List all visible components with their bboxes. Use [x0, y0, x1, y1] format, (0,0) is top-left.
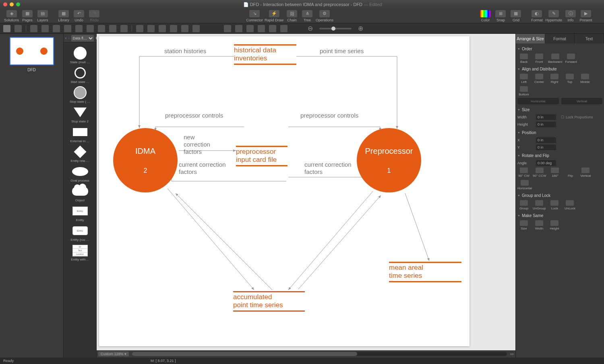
same-size-button[interactable]: Size: [517, 220, 530, 230]
page-thumbnail-1[interactable]: [10, 37, 54, 65]
scroll-mode-icon[interactable]: ▭: [510, 352, 514, 356]
shape-entity-round[interactable]: EntityEntity (rou …: [64, 224, 96, 242]
order-backward-button[interactable]: Backward: [548, 54, 562, 64]
table-tool-icon[interactable]: [192, 25, 200, 32]
tab-format[interactable]: Format: [545, 34, 575, 43]
pointer-tool-icon[interactable]: [3, 25, 10, 32]
shape-stop-state[interactable]: Stop state ( …: [64, 86, 96, 103]
canvas[interactable]: IDMA 2 Preprocessor 1 historical data in…: [99, 36, 470, 346]
format-button[interactable]: ◐Format: [530, 10, 544, 22]
callout-tool-icon[interactable]: [87, 25, 94, 32]
shape-object[interactable]: Object: [64, 185, 96, 202]
align-center-button[interactable]: Center: [533, 74, 546, 84]
measure-tool-icon[interactable]: [170, 25, 177, 32]
horizontal-scrollbar[interactable]: [132, 352, 507, 356]
pages-button[interactable]: ▦Pages: [21, 10, 34, 22]
distribute-horizontal[interactable]: Horizontal: [517, 98, 559, 104]
distribute-vertical[interactable]: Vertical: [561, 98, 603, 104]
rapid-draw-button[interactable]: ⚡Rapid Draw: [265, 10, 283, 22]
datastore-input-card[interactable]: preprocessor input card file: [236, 146, 288, 166]
maximize-icon[interactable]: [16, 2, 20, 6]
flow-curr-correction-left[interactable]: current correction factors: [179, 161, 226, 176]
note-tool-icon[interactable]: [75, 25, 83, 32]
snap-button[interactable]: ⊞Snap: [494, 10, 507, 22]
window-controls[interactable]: [3, 2, 20, 6]
ungroup-button[interactable]: UnGroup: [533, 200, 546, 210]
shape-state[interactable]: State (mult …: [64, 47, 96, 64]
slice-tool-icon[interactable]: [269, 25, 276, 32]
flow-prep-controls-right[interactable]: preprocessor controls: [300, 112, 358, 119]
tree-button[interactable]: ⋔Tree: [300, 10, 314, 22]
datastore-mean-areal[interactable]: mean areal time series: [389, 262, 461, 282]
shape-start-state[interactable]: Start state …: [64, 66, 96, 84]
align-left-button[interactable]: Left: [517, 74, 530, 84]
datastore-historical[interactable]: historical data inventories: [234, 44, 296, 65]
align-bottom-button[interactable]: Bottom: [517, 86, 530, 96]
operations-button[interactable]: ⚙Operations: [316, 10, 333, 22]
zoom-out-icon[interactable]: ⊖: [308, 25, 313, 32]
camera-tool-icon[interactable]: [280, 25, 288, 32]
lock-button[interactable]: Lock: [548, 200, 561, 210]
nav-back-icon[interactable]: ‹: [65, 36, 66, 40]
hand-tool-icon[interactable]: [235, 25, 242, 32]
ellipse-tool-icon[interactable]: [53, 25, 60, 32]
order-forward-button[interactable]: Forward: [565, 54, 577, 64]
text-tool-icon[interactable]: [14, 25, 22, 32]
eyedrop-tool-icon[interactable]: [246, 25, 254, 32]
flow-point-time-series[interactable]: point time series: [320, 48, 364, 55]
same-height-button[interactable]: Height: [548, 220, 561, 230]
flow-prep-controls-left[interactable]: preprocessor controls: [165, 112, 223, 119]
chain-button[interactable]: ⛓Chain: [285, 10, 299, 22]
undo-button[interactable]: ↶Undo: [72, 10, 86, 22]
angle-input[interactable]: 0.00 deg: [536, 160, 556, 166]
align-middle-button[interactable]: Middle: [579, 74, 592, 84]
width-input[interactable]: 0 in: [536, 114, 556, 120]
shape-external[interactable]: External in …: [64, 126, 96, 143]
flip-vertical-button[interactable]: Vertical: [579, 168, 592, 178]
rotate-90cw-button[interactable]: 90° CW: [517, 168, 530, 178]
connector-button[interactable]: ↘Connector: [246, 10, 263, 22]
zoom-tool-icon[interactable]: [224, 25, 231, 32]
shape-entity[interactable]: EntityEntity: [64, 205, 96, 222]
redo-button[interactable]: ↷Redo: [87, 10, 101, 22]
crop-tool-icon[interactable]: [258, 25, 265, 32]
layers-button[interactable]: ▤Layers: [36, 10, 50, 22]
process-preprocessor[interactable]: Preprocessor 1: [357, 128, 421, 192]
brush-tool-icon[interactable]: [136, 25, 143, 32]
library-select[interactable]: Data fl…: [71, 35, 94, 41]
color-button[interactable]: Color: [478, 10, 492, 22]
y-input[interactable]: 0 in: [536, 145, 556, 150]
hypernote-button[interactable]: ✎Hypernote: [545, 10, 562, 22]
curve-tool-icon[interactable]: [120, 25, 128, 32]
info-button[interactable]: ⓘInfo: [564, 10, 577, 22]
zoom-slider[interactable]: [319, 28, 352, 29]
process-idma[interactable]: IDMA 2: [113, 128, 178, 192]
arc-tool-icon[interactable]: [109, 25, 116, 32]
same-width-button[interactable]: Width: [533, 220, 546, 230]
height-input[interactable]: 0 in: [536, 122, 556, 127]
close-icon[interactable]: [3, 2, 7, 6]
zoom-in-icon[interactable]: ⊕: [358, 25, 363, 32]
rotate-180-button[interactable]: 180°: [548, 168, 561, 178]
rotate-90ccw-button[interactable]: 90° CCW: [533, 168, 546, 178]
x-input[interactable]: 0 in: [536, 137, 556, 143]
present-button[interactable]: ▶Present: [579, 10, 593, 22]
rect-tool-icon[interactable]: [30, 25, 37, 32]
flow-curr-correction-right[interactable]: current correction factors: [304, 161, 352, 176]
order-back-button[interactable]: Back: [517, 54, 530, 64]
library-button[interactable]: ▦Library: [57, 10, 70, 22]
roundrect-tool-icon[interactable]: [41, 25, 49, 32]
canvas-scroll[interactable]: IDMA 2 Preprocessor 1 historical data in…: [97, 34, 515, 350]
unlock-button[interactable]: UnLock: [563, 200, 576, 210]
line-tool-icon[interactable]: [98, 25, 105, 32]
textbox-tool-icon[interactable]: [64, 25, 71, 32]
datastore-accumulated[interactable]: accumulated point time series: [233, 291, 305, 312]
pen-tool-icon[interactable]: [147, 25, 155, 32]
tab-arrange-size[interactable]: Arrange & Size: [516, 34, 545, 43]
zoom-dropdown[interactable]: Custom 128% ▾: [98, 352, 129, 356]
shape-oval-process[interactable]: Oval process: [64, 165, 96, 182]
lock-proportions-checkbox[interactable]: ☐Lock Proportions: [561, 115, 593, 119]
shape-entity-with[interactable]: IDTextLocationEntity with…: [64, 244, 96, 261]
group-button[interactable]: Group: [517, 200, 530, 210]
solutions-button[interactable]: ◈Solutions: [4, 10, 19, 22]
